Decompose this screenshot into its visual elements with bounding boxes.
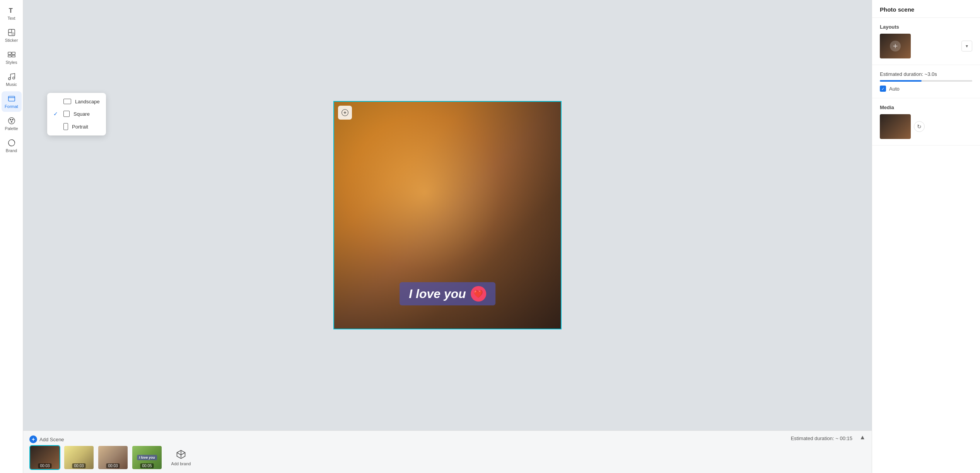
photo-canvas: I love you ❤️ — [333, 101, 562, 329]
scene-thumbnails: 00:03 00:03 00:03 I love you 00:05 — [29, 445, 196, 470]
scene-thumb-1[interactable]: 00:03 — [29, 445, 60, 470]
plus-circle-icon: + — [29, 435, 37, 443]
estimated-duration-bottom: Estimated duration: ~ 00:15 — [791, 435, 852, 441]
scene-thumb-4-duration: 00:05 — [140, 463, 154, 468]
right-panel-title: Photo scene — [872, 0, 980, 18]
brand-icon — [7, 139, 16, 147]
portrait-icon — [63, 123, 68, 130]
scene-thumb-3[interactable]: 00:03 — [97, 445, 128, 470]
sidebar: T Text Sticker Styles — [0, 0, 23, 473]
landscape-icon — [63, 99, 71, 104]
media-section: Media ↻ — [872, 98, 980, 146]
svg-point-9 — [8, 118, 15, 124]
sidebar-item-sticker[interactable]: Sticker — [2, 25, 22, 46]
svg-rect-3 — [8, 52, 11, 55]
svg-point-2 — [11, 32, 14, 35]
format-option-portrait-label: Portrait — [72, 124, 88, 130]
media-refresh-button[interactable]: ↻ — [914, 121, 925, 132]
sidebar-label-palette: Palette — [5, 126, 18, 131]
square-icon — [63, 111, 70, 117]
music-icon — [7, 72, 16, 81]
sidebar-label-music: Music — [6, 82, 17, 87]
scene-thumb-3-duration: 00:03 — [106, 463, 120, 468]
scene-thumb-2-duration: 00:03 — [72, 463, 85, 468]
scene-thumb-1-duration: 00:03 — [38, 463, 51, 468]
scene-thumb-4-text: I love you — [137, 455, 157, 460]
add-scene-button[interactable]: + Add Scene — [29, 435, 64, 443]
svg-rect-6 — [12, 55, 15, 57]
format-dropdown: Landscape ✓ Square Portrait — [47, 93, 106, 135]
sidebar-label-brand: Brand — [6, 148, 17, 153]
svg-rect-5 — [8, 55, 11, 57]
format-option-square-label: Square — [73, 111, 90, 117]
sticker-icon — [7, 28, 16, 37]
auto-label: Auto — [889, 86, 900, 92]
palette-icon — [7, 117, 16, 125]
svg-point-10 — [10, 119, 11, 120]
right-panel: Photo scene Layouts ▾ Estimated duration… — [872, 0, 980, 473]
add-scene-label: Add Scene — [39, 437, 64, 442]
scene-settings-icon[interactable] — [338, 106, 352, 120]
sidebar-item-music[interactable]: Music — [2, 69, 22, 90]
sidebar-item-brand[interactable]: Brand — [2, 135, 22, 156]
sidebar-label-styles: Styles — [6, 60, 17, 65]
duration-label: Estimated duration: ~3.0s — [880, 71, 972, 77]
sidebar-item-palette[interactable]: Palette — [2, 113, 22, 134]
timeline: + Add Scene Estimated duration: ~ 00:15 … — [23, 430, 872, 473]
duration-section: Estimated duration: ~3.0s ✓ Auto — [872, 65, 980, 98]
layout-thumb-icon — [890, 41, 901, 51]
sidebar-label-text: Text — [7, 16, 15, 21]
duration-bar — [880, 80, 972, 82]
text-icon: T — [7, 6, 16, 15]
format-option-landscape-label: Landscape — [75, 99, 100, 105]
scene-thumb-2[interactable]: 00:03 — [63, 445, 94, 470]
scene-thumb-4[interactable]: I love you 00:05 — [131, 445, 162, 470]
svg-rect-4 — [12, 52, 15, 55]
media-label: Media — [880, 105, 972, 110]
layouts-section: Layouts ▾ — [872, 18, 980, 65]
auto-row: ✓ Auto — [880, 86, 972, 92]
svg-point-12 — [11, 121, 12, 122]
sidebar-label-sticker: Sticker — [5, 38, 18, 43]
format-icon — [7, 94, 16, 103]
auto-checkbox[interactable]: ✓ — [880, 86, 886, 92]
svg-point-11 — [12, 119, 13, 120]
caption-bar: I love you ❤️ — [400, 282, 495, 305]
main-area: Landscape ✓ Square Portrait — [23, 0, 872, 473]
styles-icon — [7, 50, 16, 59]
add-brand-icon — [176, 449, 186, 460]
duration-bar-fill — [880, 80, 922, 82]
add-brand-button[interactable]: Add brand — [166, 445, 196, 470]
layout-row: ▾ — [880, 34, 972, 58]
format-option-portrait[interactable]: Portrait — [47, 120, 106, 133]
sidebar-label-format: Format — [5, 104, 18, 109]
media-row: ↻ — [880, 114, 972, 139]
layout-thumbnail[interactable] — [880, 34, 911, 58]
add-brand-label: Add brand — [171, 461, 191, 466]
sidebar-item-text[interactable]: T Text — [2, 3, 22, 24]
media-thumbnail[interactable] — [880, 114, 911, 139]
sidebar-item-styles[interactable]: Styles — [2, 47, 22, 68]
layouts-label: Layouts — [880, 24, 972, 30]
heart-emoji: ❤️ — [471, 286, 486, 302]
canvas-area: Landscape ✓ Square Portrait — [23, 0, 872, 430]
svg-rect-7 — [8, 96, 15, 101]
svg-text:T: T — [9, 7, 12, 14]
layout-expand-button[interactable]: ▾ — [961, 41, 972, 51]
sidebar-item-format[interactable]: Format — [2, 91, 22, 112]
timeline-collapse-button[interactable]: ▲ — [859, 434, 866, 441]
caption-text: I love you — [409, 287, 466, 301]
format-option-landscape[interactable]: Landscape — [47, 95, 106, 108]
format-option-square[interactable]: ✓ Square — [47, 108, 106, 120]
